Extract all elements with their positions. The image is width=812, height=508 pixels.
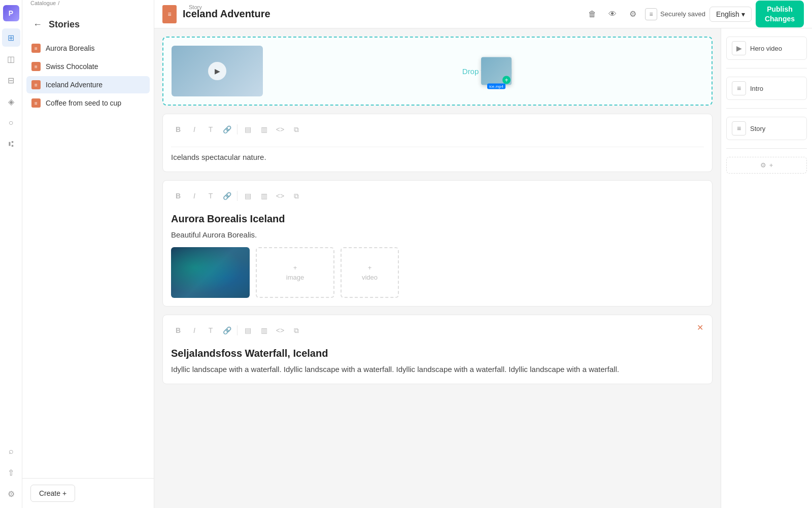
story-item-swiss[interactable]: Swiss Chocolate [26,58,150,75]
drag-plus-icon: + [502,76,511,84]
aurora-image-overlay [171,247,250,298]
panel-hero-video-label: Hero video [750,45,782,52]
hero-video-inner: ▶ Drop to upload + ice.mp4 [172,46,703,96]
toolbar-table-2[interactable]: ▥ [257,189,271,203]
right-panel: ▶ Hero video ≡ Intro ≡ Story ⚙ + [721,28,812,508]
editor-area: ▶ Drop to upload + ice.mp4 B I [154,28,812,508]
create-button[interactable]: Create + [30,485,75,502]
story-icon-coffee [31,98,41,108]
toolbar-list-2[interactable]: ▤ [241,189,255,203]
toolbar-link-2[interactable]: 🔗 [220,189,234,203]
toolbar-embed-2[interactable]: ⧉ [289,189,303,203]
saved-indicator: ≡ Securely saved [645,8,705,20]
publish-line1: Publish [767,5,793,13]
toolbar-bold[interactable]: B [171,122,185,137]
main-content: Story Iceland Adventure 🗑 👁 ⚙ ≡ Securely… [154,0,812,508]
stories-title: Stories [49,19,80,30]
image-slot-label: image [286,274,304,281]
sidebar-icon-home[interactable]: ⊞ [2,28,20,47]
story-item-iceland[interactable]: Iceland Adventure [26,76,150,93]
toolbar-divider-2 [237,191,238,201]
preview-button[interactable]: 👁 [604,6,621,22]
aurora-text[interactable]: Beautiful Aurora Borealis. [171,229,704,241]
toolbar-table-3[interactable]: ▥ [257,323,271,337]
panel-story[interactable]: ≡ Story [726,117,807,140]
waterfall-close-button[interactable]: ✕ [694,321,706,333]
add-section-icon: ⚙ [760,161,766,169]
sidebar-icon-share[interactable]: ⇧ [2,463,20,482]
panel-intro[interactable]: ≡ Intro [726,77,807,100]
toolbar-italic-3[interactable]: I [187,323,201,337]
toolbar-link[interactable]: 🔗 [220,122,234,137]
toolbar-list[interactable]: ▤ [241,122,255,137]
play-button[interactable]: ▶ [208,62,226,80]
toolbar-text-3[interactable]: T [204,323,218,337]
toolbar-list-3[interactable]: ▤ [241,323,255,337]
publish-button[interactable]: Publish Changes [756,1,804,27]
panel-add-section[interactable]: ⚙ + [726,157,807,174]
story-type-label: Story [189,4,202,10]
toolbar-bold-2[interactable]: B [171,189,185,203]
sidebar-icon-search[interactable]: ⌕ [2,442,20,460]
panel-story-icon: ≡ [732,121,746,136]
aurora-image[interactable] [171,247,250,298]
story-item-aurora[interactable]: Aurora Borealis [26,40,150,57]
toolbar-code-2[interactable]: <> [273,189,287,203]
panel-hero-video-icon: ▶ [732,41,746,55]
drag-file-badge: ice.mp4 [487,84,505,89]
app-logo: P [3,5,19,21]
add-video-icon: + [368,264,372,272]
panel-story-label: Story [750,125,765,132]
breadcrumb: Catalogue / [22,0,154,9]
story-icon-iceland [31,80,41,89]
toolbar-text[interactable]: T [204,122,218,137]
sidebar-icon-chart[interactable]: ⑆ [2,135,20,153]
intro-block: B I T 🔗 ▤ ▥ <> ⧉ Icelands spectacular na… [162,114,713,172]
add-image-icon: + [293,264,297,272]
language-chevron-icon: ▾ [741,10,745,18]
toolbar-divider-3 [237,325,238,335]
image-slot[interactable]: + image [256,247,334,298]
language-label: English [716,10,739,18]
toolbar-italic[interactable]: I [187,122,201,137]
sidebar-icon-tag[interactable]: ◈ [2,92,20,111]
publish-line2: Changes [765,15,795,23]
toolbar-text-2[interactable]: T [204,189,218,203]
story-icon-aurora [31,44,41,53]
toolbar-table[interactable]: ▥ [257,122,271,137]
stories-header: ← Stories [22,9,154,37]
story-item-coffee[interactable]: Coffee from seed to cup [26,94,150,112]
top-bar: Story Iceland Adventure 🗑 👁 ⚙ ≡ Securely… [154,0,812,28]
toolbar-link-3[interactable]: 🔗 [220,323,234,337]
sidebar-icon-grid[interactable]: ⊟ [2,71,20,89]
waterfall-toolbar: B I T 🔗 ▤ ▥ <> ⧉ [171,323,704,342]
aurora-images: + image + video [171,247,704,298]
toolbar-code[interactable]: <> [273,122,287,137]
drop-zone[interactable]: Drop to upload + ice.mp4 [271,51,703,91]
drag-file-thumbnail: + ice.mp4 [481,57,512,85]
topbar-actions: 🗑 👁 ⚙ ≡ Securely saved English ▾ Publish… [584,1,804,27]
toolbar-embed-3[interactable]: ⧉ [289,323,303,337]
story-page-title: Iceland Adventure [183,8,578,20]
sidebar-icon-settings[interactable]: ⚙ [2,485,20,503]
toolbar-divider-1 [237,124,238,134]
toolbar-bold-3[interactable]: B [171,323,185,337]
toolbar-italic-2[interactable]: I [187,189,201,203]
intro-text[interactable]: Icelands spectacular nature. [171,151,704,163]
panel-hero-video[interactable]: ▶ Hero video [726,37,807,60]
waterfall-text[interactable]: Idyllic landscape with a waterfall. Idyl… [171,363,704,376]
story-name-aurora: Aurora Borealis [46,44,95,52]
video-slot[interactable]: + video [341,247,399,298]
video-preview[interactable]: ▶ [172,46,263,96]
story-name-swiss: Swiss Chocolate [46,62,98,71]
sidebar-icon-globe[interactable]: ○ [2,114,20,132]
settings-button[interactable]: ⚙ [625,6,641,22]
delete-button[interactable]: 🗑 [584,6,600,22]
toolbar-code-3[interactable]: <> [273,323,287,337]
sidebar-icon-layers[interactable]: ◫ [2,50,20,68]
toolbar-embed[interactable]: ⧉ [289,122,303,137]
back-button[interactable]: ← [30,17,45,31]
language-selector[interactable]: English ▾ [709,7,752,22]
story-list: Aurora Borealis Swiss Chocolate Iceland … [22,37,154,116]
panel-intro-icon: ≡ [732,81,746,95]
